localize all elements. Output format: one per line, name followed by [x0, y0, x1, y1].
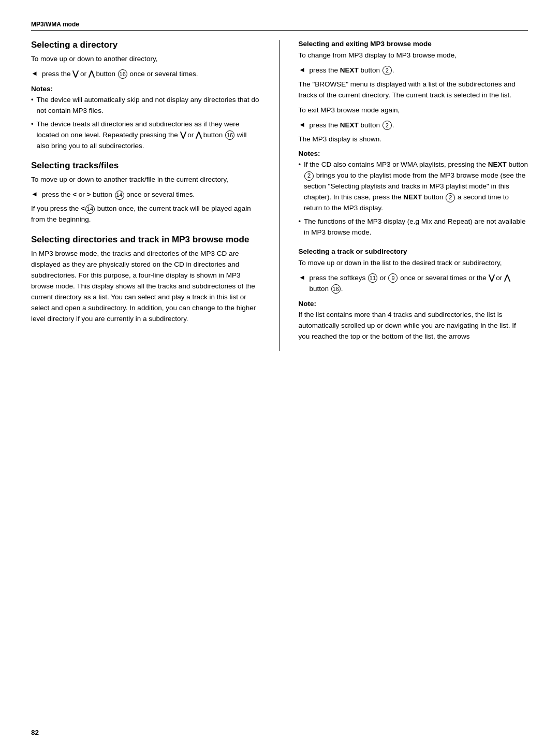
note-single-block: Note: If the list contains more than 4 t… [299, 300, 528, 342]
page-header: MP3/WMA mode [31, 21, 528, 31]
section-track-subdir: Selecting a track or subdirectory To mov… [299, 248, 528, 342]
page-number: 82 [31, 729, 39, 736]
right-note-bullet-1: • [299, 159, 301, 214]
right-notes-block: Notes: • If the CD also contains MP3 or … [299, 150, 528, 238]
notes-label-2: Notes: [299, 150, 528, 157]
mp3-display-shown: The MP3 display is shown. [299, 134, 528, 145]
exit-again-text: To exit MP3 browse mode again, [299, 105, 528, 116]
section-title-directory: Selecting a directory [31, 40, 261, 50]
note-bullet-2: • [31, 119, 34, 152]
note-1-2-text: The device treats all directories and su… [37, 119, 261, 152]
note-bullet-1: • [31, 95, 34, 117]
left-column: Selecting a directory To move up or down… [31, 40, 261, 351]
select-exit-intro: To change from MP3 display to MP3 browse… [299, 50, 528, 61]
notes-label-1: Notes: [31, 85, 261, 93]
directory-intro: To move up or down to another directory, [31, 54, 261, 65]
tracks-bullet-text: press the < or > button 14 once or sever… [42, 190, 195, 200]
subsection-title-track-subdir: Selecting a track or subdirectory [299, 248, 528, 255]
arrow-icon-4: ► [299, 121, 305, 128]
section-browse-mode: Selecting directories and track in MP3 b… [31, 235, 261, 324]
page: MP3/WMA mode Selecting a directory To mo… [0, 0, 559, 756]
column-divider [280, 40, 280, 351]
select-exit-bullet1-text: press the NEXT button 2. [309, 65, 394, 76]
right-note-2-text: The functions of the MP3 display (e.g Mi… [304, 216, 528, 238]
browse-mode-text: In MP3 browse mode, the tracks and direc… [31, 249, 261, 324]
arrow-icon-5: ► [299, 273, 305, 281]
directory-bullet: ► press the ⋁ or ⋀ button 16 once or sev… [31, 69, 261, 80]
tracks-note-p: If you press the <14 button once, the cu… [31, 203, 261, 225]
directory-bullet-text: press the ⋁ or ⋀ button 16 once or sever… [42, 69, 198, 80]
select-exit-bullet2: ► press the NEXT button 2. [299, 120, 528, 131]
arrow-icon-1: ► [31, 69, 38, 77]
right-note-1-text: If the CD also contains MP3 or WMA playl… [304, 159, 528, 214]
track-subdir-intro: To move up or down in the list to the de… [299, 258, 528, 269]
note-1-1: • The device will automatically skip and… [31, 95, 261, 117]
browse-menu-desc: The "BROWSE" menu is displayed with a li… [299, 79, 528, 101]
subsection-title-select-exit: Selecting and exiting MP3 browse mode [299, 40, 528, 48]
section-title-tracks: Selecting tracks/files [31, 161, 261, 171]
track-subdir-bullet: ► press the softkeys 11 or 9 once or sev… [299, 273, 528, 295]
section-title-browse: Selecting directories and track in MP3 b… [31, 235, 261, 245]
right-note-2: • The functions of the MP3 display (e.g … [299, 216, 528, 238]
section-select-exit-browse: Selecting and exiting MP3 browse mode To… [299, 40, 528, 238]
tracks-bullet: ► press the < or > button 14 once or sev… [31, 190, 261, 200]
note-1-1-text: The device will automatically skip and n… [37, 95, 261, 117]
section-selecting-directory: Selecting a directory To move up or down… [31, 40, 261, 151]
arrow-icon-2: ► [31, 190, 38, 198]
right-column: Selecting and exiting MP3 browse mode To… [299, 40, 528, 351]
note-single-text: If the list contains more than 4 tracks … [299, 310, 528, 342]
note-label-single: Note: [299, 300, 528, 308]
select-exit-bullet2-text: press the NEXT button 2. [309, 120, 394, 131]
note-1-2: • The device treats all directories and … [31, 119, 261, 152]
tracks-intro: To move up or down to another track/file… [31, 175, 261, 185]
select-exit-bullet1: ► press the NEXT button 2. [299, 65, 528, 76]
directory-notes: Notes: • The device will automatically s… [31, 85, 261, 152]
arrow-icon-3: ► [299, 66, 305, 74]
right-note-bullet-2: • [299, 216, 301, 238]
right-note-1: • If the CD also contains MP3 or WMA pla… [299, 159, 528, 214]
section-selecting-tracks: Selecting tracks/files To move up or dow… [31, 161, 261, 225]
track-subdir-bullet-text: press the softkeys 11 or 9 once or sever… [309, 273, 528, 295]
